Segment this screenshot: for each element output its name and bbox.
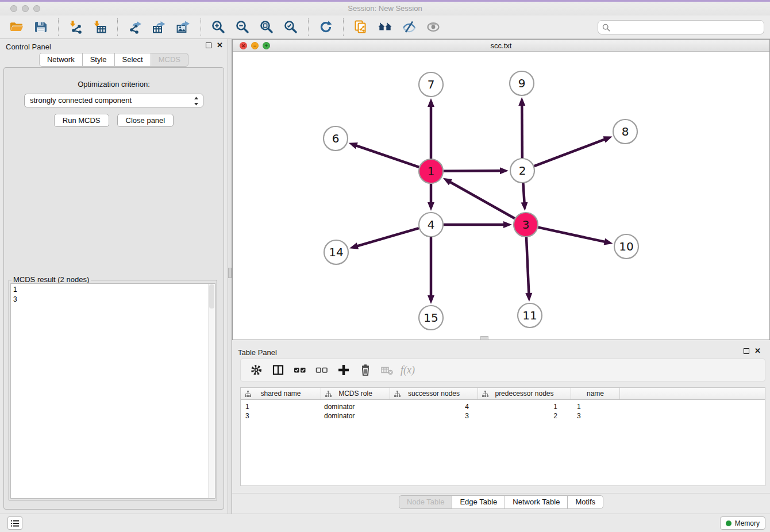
column-type-icon	[325, 391, 332, 398]
graph-edge-1-2[interactable]	[444, 171, 501, 171]
criterion-select[interactable]: strongly connected component	[24, 94, 203, 107]
float-panel-icon[interactable]	[206, 43, 211, 48]
import-network-button[interactable]	[67, 18, 85, 36]
function-builder-button[interactable]: f(x)	[401, 361, 415, 379]
list-icon	[10, 519, 20, 528]
import-network-icon	[68, 19, 84, 35]
plus-icon	[337, 363, 351, 377]
save-icon	[33, 19, 49, 35]
zoom-out-button[interactable]	[233, 18, 252, 36]
memory-status-dot	[726, 521, 732, 526]
graph-edge-3-10[interactable]	[538, 228, 605, 242]
tab-edge-table[interactable]: Edge Table	[452, 495, 505, 509]
table-settings-button[interactable]	[248, 361, 265, 379]
graph-edge-3-1[interactable]	[449, 182, 515, 218]
column-label: shared name	[260, 390, 301, 398]
tab-style[interactable]: Style	[82, 53, 115, 67]
criterion-value: strongly connected component	[30, 96, 132, 105]
tab-network[interactable]: Network	[39, 53, 83, 67]
tab-mcds[interactable]: MCDS	[151, 53, 188, 67]
graph-edge-3-11[interactable]	[526, 237, 529, 294]
table-tabs-divider	[232, 493, 770, 494]
export-network-button[interactable]	[126, 18, 144, 36]
column-label: predecessor nodes	[495, 390, 553, 398]
unselect-all-columns-button[interactable]	[313, 361, 330, 379]
import-table-button[interactable]	[91, 18, 109, 36]
zoom-in-button[interactable]	[209, 18, 228, 36]
graph-node-label: 7	[428, 78, 435, 91]
graph-edge-arrowhead	[525, 293, 532, 302]
export-table-button[interactable]	[150, 18, 168, 36]
graph-edge-1-6[interactable]	[356, 145, 419, 167]
graph-edge-2-9[interactable]	[522, 105, 522, 158]
table-row[interactable]: 3dominator323	[241, 412, 765, 421]
run-mcds-button[interactable]: Run MCDS	[54, 114, 109, 127]
delete-column-button[interactable]	[379, 361, 396, 379]
column-header-name[interactable]: name	[571, 388, 620, 399]
show-all-button[interactable]	[424, 18, 442, 36]
graph-node-label: 3	[522, 218, 530, 232]
column-label: name	[587, 390, 604, 398]
first-neighbors-button[interactable]	[376, 18, 394, 36]
delete-row-button[interactable]	[357, 361, 374, 379]
network-canvas[interactable]: 7968124314101511	[233, 52, 769, 340]
splitter-grip[interactable]	[228, 268, 232, 278]
zoom-fit-button[interactable]	[257, 18, 276, 36]
table-cell: dominator	[321, 412, 390, 421]
open-file-button[interactable]	[7, 18, 26, 36]
two-houses-icon	[377, 19, 393, 35]
apply-layout-button[interactable]	[317, 18, 335, 36]
main-toolbar	[0, 16, 770, 39]
horizontal-splitter-grip[interactable]	[480, 336, 488, 340]
zoom-fit-icon	[259, 19, 275, 35]
control-panel-header: Control Panel ✕	[0, 39, 228, 53]
close-panel-button[interactable]: Close panel	[117, 114, 174, 127]
graph-edge-arrowhead	[428, 295, 434, 304]
table-row[interactable]: 1dominator411	[241, 403, 765, 412]
close-panel-icon[interactable]: ✕	[217, 43, 223, 48]
save-session-button[interactable]	[32, 18, 50, 36]
network-window-titlebar[interactable]: ✕ − + scc.txt	[233, 40, 769, 52]
add-row-button[interactable]	[335, 361, 352, 379]
mcds-result-line: 3	[13, 295, 213, 304]
network-view-title: scc.txt	[233, 41, 769, 50]
vertical-splitter[interactable]	[228, 39, 232, 514]
search-box[interactable]	[598, 20, 764, 34]
graph-edge-4-14[interactable]	[357, 228, 419, 246]
mcds-result-textarea[interactable]: 1 3	[10, 283, 215, 499]
tab-select[interactable]: Select	[114, 53, 151, 67]
task-history-button[interactable]	[7, 516, 22, 530]
mcds-result-title: MCDS result (2 nodes)	[11, 275, 91, 284]
window-title: Session: New Session	[0, 4, 770, 13]
refresh-icon	[318, 19, 334, 35]
column-header-successor-nodes[interactable]: successor nodes	[390, 388, 478, 399]
graph-node-label: 10	[619, 240, 633, 253]
search-input[interactable]	[613, 22, 764, 33]
tab-motifs[interactable]: Motifs	[567, 495, 603, 509]
result-scrollbar[interactable]	[208, 284, 215, 498]
export-image-icon	[175, 19, 191, 35]
export-image-button[interactable]	[174, 18, 192, 36]
clone-network-button[interactable]	[352, 18, 370, 36]
show-columns-button[interactable]	[270, 361, 287, 379]
column-header-mcds-role[interactable]: MCDS role	[321, 388, 390, 399]
select-all-columns-button[interactable]	[291, 361, 309, 379]
checked-boxes-icon	[292, 363, 307, 377]
graph-node-label: 11	[522, 309, 537, 322]
column-label: successor nodes	[408, 390, 460, 398]
graph-node-label: 9	[518, 76, 526, 90]
tab-network-table[interactable]: Network Table	[505, 495, 568, 509]
graph-edge-arrowhead	[428, 202, 434, 211]
hide-style-button[interactable]	[400, 18, 418, 36]
float-table-panel-icon[interactable]	[744, 348, 749, 354]
memory-button[interactable]: Memory	[720, 516, 765, 530]
column-header-predecessor-nodes[interactable]: predecessor nodes	[478, 388, 571, 399]
graph-edge-2-8[interactable]	[534, 139, 606, 166]
column-header-shared-name[interactable]: shared name	[241, 388, 321, 399]
graph-node-label: 15	[424, 311, 438, 325]
tab-node-table[interactable]: Node Table	[399, 495, 453, 509]
close-table-panel-icon[interactable]: ✕	[754, 348, 761, 354]
table-cell: 1	[241, 403, 321, 412]
zoom-selected-button[interactable]	[282, 18, 300, 36]
graph-edge-2-3[interactable]	[523, 183, 524, 203]
